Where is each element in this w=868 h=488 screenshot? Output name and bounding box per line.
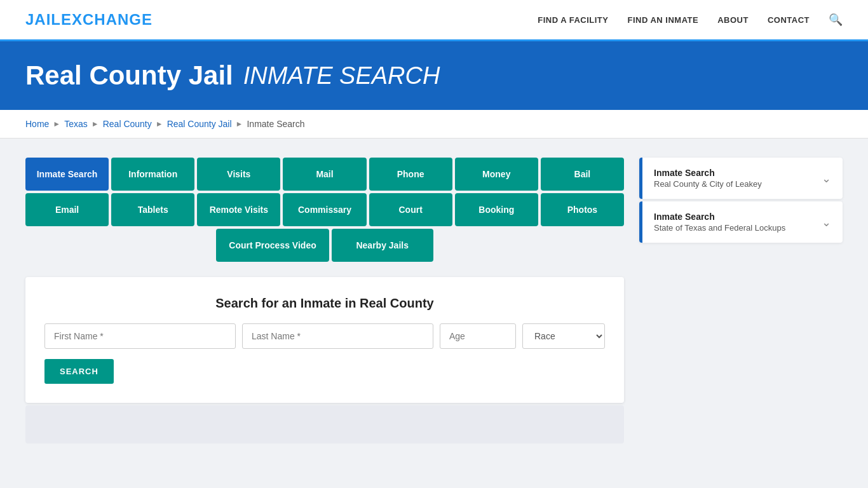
btn-bail[interactable]: Bail [541,158,624,191]
btn-booking[interactable]: Booking [455,193,538,226]
facility-name: Real County Jail [25,60,233,91]
site-logo: JAILEXCHANGE [25,11,153,29]
page-heading: Real County Jail INMATE SEARCH [25,60,843,91]
first-name-input[interactable] [44,323,236,349]
btn-information[interactable]: Information [111,158,194,191]
page-subtitle: INMATE SEARCH [243,62,440,90]
btn-email[interactable]: Email [25,193,109,226]
btn-visits[interactable]: Visits [197,158,280,191]
btn-tablets[interactable]: Tablets [111,193,194,226]
last-name-input[interactable] [242,323,433,349]
left-panel: Inmate Search Information Visits Mail Ph… [25,158,624,444]
btn-money[interactable]: Money [455,158,538,191]
btn-nearby-jails[interactable]: Nearby Jails [332,229,433,262]
search-title: Search for an Inmate in Real County [44,296,605,311]
btn-photos[interactable]: Photos [541,193,624,226]
btn-inmate-search[interactable]: Inmate Search [25,158,109,191]
btn-court-process-video[interactable]: Court Process Video [216,229,329,262]
btn-phone[interactable]: Phone [369,158,452,191]
sidebar-card-1-subtitle: Real County & City of Leakey [654,179,762,189]
sidebar-card-1-text: Inmate Search Real County & City of Leak… [654,168,762,189]
sidebar-card-2-title: Inmate Search [654,212,785,222]
breadcrumb-current: Inmate Search [247,119,304,129]
search-fields: Race White Black Hispanic Asian Other [44,323,605,349]
btn-court[interactable]: Court [369,193,452,226]
breadcrumb-texas[interactable]: Texas [64,119,88,129]
right-sidebar: Inmate Search Real County & City of Leak… [639,158,843,245]
nav-buttons-row1: Inmate Search Information Visits Mail Ph… [25,158,624,191]
bottom-placeholder [25,405,624,444]
breadcrumb-real-county-jail[interactable]: Real County Jail [167,119,232,129]
race-select[interactable]: Race White Black Hispanic Asian Other [522,323,605,349]
chevron-down-icon-1: ⌄ [822,172,831,186]
nav-contact[interactable]: CONTACT [768,15,810,25]
search-icon[interactable]: 🔍 [829,13,843,27]
search-button[interactable]: SEARCH [44,359,114,384]
sep-4: ► [236,119,243,128]
main-nav: FIND A FACILITY FIND AN INMATE ABOUT CON… [538,13,843,27]
breadcrumb-home[interactable]: Home [25,119,49,129]
chevron-down-icon-2: ⌄ [822,215,831,229]
sidebar-card-1-title: Inmate Search [654,168,762,178]
site-header: JAILEXCHANGE FIND A FACILITY FIND AN INM… [0,0,868,41]
sep-2: ► [92,119,99,128]
sidebar-card-2-subtitle: State of Texas and Federal Lockups [654,223,785,233]
sidebar-card-1: Inmate Search Real County & City of Leak… [639,158,843,199]
nav-find-facility[interactable]: FIND A FACILITY [538,15,608,25]
sep-1: ► [53,119,60,128]
search-section: Search for an Inmate in Real County Race… [25,277,624,403]
btn-mail[interactable]: Mail [283,158,366,191]
age-input[interactable] [440,323,516,349]
nav-about[interactable]: ABOUT [717,15,749,25]
sidebar-card-2-text: Inmate Search State of Texas and Federal… [654,212,785,233]
sidebar-card-2: Inmate Search State of Texas and Federal… [639,201,843,243]
breadcrumb: Home ► Texas ► Real County ► Real County… [0,110,868,139]
main-content: Inmate Search Information Visits Mail Ph… [0,139,868,463]
btn-commissary[interactable]: Commissary [283,193,366,226]
nav-buttons-row3: Court Process Video Nearby Jails [25,229,624,262]
content-wrapper: Inmate Search Information Visits Mail Ph… [25,158,843,444]
sidebar-card-1-header[interactable]: Inmate Search Real County & City of Leak… [639,158,843,199]
breadcrumb-real-county[interactable]: Real County [103,119,152,129]
sep-3: ► [156,119,163,128]
hero-banner: Real County Jail INMATE SEARCH [0,41,868,110]
btn-remote-visits[interactable]: Remote Visits [197,193,280,226]
sidebar-card-2-header[interactable]: Inmate Search State of Texas and Federal… [639,201,843,243]
nav-buttons-row2: Email Tablets Remote Visits Commissary C… [25,193,624,226]
logo-jail: JAIL [25,11,61,28]
nav-find-inmate[interactable]: FIND AN INMATE [627,15,698,25]
logo-exchange: EXCHANGE [61,11,153,28]
